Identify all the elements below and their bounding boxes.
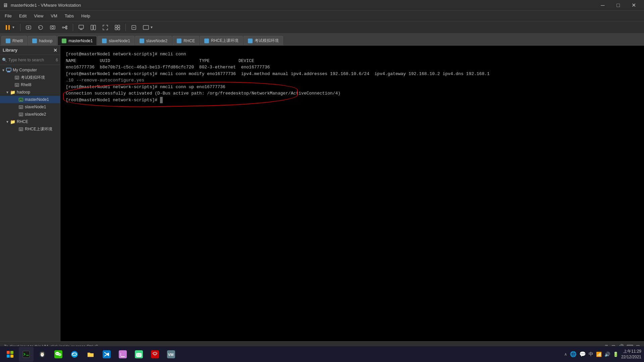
toolbar-unity[interactable] — [112, 23, 122, 32]
tree-slavenode2[interactable]: slaveNode2 — [0, 111, 60, 118]
taskbar-idea[interactable]: I — [115, 347, 130, 362]
terminal-area[interactable]: [root@masterNode1 network-scripts]# nmcl… — [60, 46, 644, 341]
taskbar-tray: ∧ 🌐 💬 中 📶 🔊 🔋 上午11:29 22/12/2021 — [564, 349, 641, 360]
tab-hadoop-label: hadoop — [39, 39, 52, 43]
tree-my-computer[interactable]: ▼ My Computer — [0, 66, 60, 74]
windows-start-button[interactable] — [3, 347, 17, 362]
tab-hadoop-icon — [32, 39, 37, 43]
menu-view[interactable]: View — [31, 12, 47, 20]
toolbar-stretch[interactable]: ▼ — [141, 23, 155, 32]
svg-point-34 — [59, 354, 60, 355]
toolbar-send-ctrl-alt-del[interactable] — [23, 23, 34, 32]
tree-masternode1[interactable]: masterNode1 — [0, 96, 60, 103]
svg-point-25 — [43, 352, 44, 353]
tab-slavenode1-label: slaveNode1 — [109, 39, 130, 43]
svg-text:VM: VM — [168, 353, 174, 357]
svg-rect-13 — [118, 25, 120, 27]
tree-slavenode1[interactable]: slaveNode1 — [0, 103, 60, 111]
titlebar-controls: ─ □ ✕ — [595, 0, 641, 11]
tab-rhce-icon — [177, 39, 181, 43]
tree-rhce-class[interactable]: RHCE上课环境 — [0, 125, 60, 133]
rhce-folder-label: RHCE — [17, 119, 28, 124]
maximize-button[interactable]: □ — [610, 0, 626, 11]
terminal-line-8: [root@masterNode1 network-scripts]# — [66, 97, 639, 104]
tree-hadoop[interactable]: ▼ 📁 hadoop — [0, 88, 60, 96]
svg-text:I: I — [120, 352, 121, 357]
taskbar-files[interactable] — [83, 347, 98, 362]
svg-point-26 — [41, 353, 42, 353]
separator-3 — [125, 24, 126, 31]
taskbar-terminal[interactable] — [19, 347, 34, 362]
tab-exam[interactable]: 考试模拟环境 — [244, 36, 283, 45]
toolbar-fullscreen[interactable] — [100, 23, 110, 32]
library-panel: Library ✕ 🔍 6 ▼ My Computer — [0, 46, 60, 341]
taskbar-android[interactable] — [131, 347, 146, 362]
menu-help[interactable]: Help — [78, 12, 94, 20]
svg-point-31 — [56, 353, 57, 354]
toolbar-fit-guest[interactable] — [129, 23, 139, 32]
taskbar-wechat[interactable] — [51, 347, 66, 362]
menu-edit[interactable]: Edit — [16, 12, 30, 20]
library-close-icon[interactable]: ✕ — [53, 48, 57, 53]
menu-tabs[interactable]: Tabs — [61, 12, 77, 20]
tabs-bar: Rhel8 hadoop masterNode1 slaveNode1 slav… — [0, 34, 644, 46]
tree-rhel8[interactable]: Rhel8 — [0, 81, 60, 88]
toolbar-pause[interactable]: ▼ — [3, 23, 17, 32]
terminal-line-1: [root@masterNode1 network-scripts]# nmcl… — [66, 51, 639, 58]
svg-rect-18 — [6, 68, 11, 71]
toolbar-view-normal[interactable] — [76, 23, 86, 32]
tree-rhce-folder[interactable]: ▼ 📁 RHCE — [0, 118, 60, 125]
taskbar: I VM ∧ 🌐 💬 中 📶 🔊 🔋 上午11:29 22/12/2021 — [0, 346, 644, 362]
terminal-line-5: .10 --remove-autoconfigure.yes — [66, 77, 639, 84]
toolbar-view-quick[interactable] — [88, 23, 98, 32]
minimize-button[interactable]: ─ — [595, 0, 610, 11]
tab-rhel8[interactable]: Rhel8 — [1, 36, 27, 45]
svg-rect-20 — [7, 72, 10, 72]
toolbar-snapshot[interactable] — [48, 23, 58, 32]
vm-icon-kaoshi — [14, 75, 19, 80]
search-icon: 🔍 — [2, 58, 7, 62]
toolbar-revert[interactable] — [36, 23, 46, 32]
close-button[interactable]: ✕ — [626, 0, 641, 11]
tab-rhce[interactable]: RHCE — [172, 36, 199, 45]
tab-slavenode1[interactable]: slaveNode1 — [98, 36, 134, 45]
tab-masternode1-icon — [62, 39, 66, 43]
tray-wifi-icon: 📶 — [596, 352, 602, 357]
folder-icon-rhce: 📁 — [10, 119, 15, 124]
search-input[interactable] — [8, 58, 49, 62]
main-content: Library ✕ 🔍 6 ▼ My Computer — [0, 46, 644, 341]
stretch-dropdown[interactable]: ▼ — [150, 25, 153, 29]
toolbar-share[interactable] — [60, 23, 70, 32]
taskbar-vscode[interactable] — [99, 347, 114, 362]
terminal-line-6: [root@masterNode1 network-scripts]# nmcl… — [66, 84, 639, 90]
taskbar-edge[interactable] — [67, 347, 82, 362]
tab-slavenode2-label: slaveNode2 — [146, 39, 167, 43]
svg-point-7 — [62, 27, 64, 28]
menu-vm[interactable]: VM — [47, 12, 61, 20]
svg-rect-17 — [143, 25, 149, 29]
tab-slavenode2[interactable]: slaveNode2 — [135, 36, 172, 45]
terminal-line-3: eno16777736 b8e70b71-c5cc-46a3-be13-f7fd… — [66, 64, 639, 71]
titlebar-left: 🖥 masterNode1 - VMware Workstation — [3, 2, 81, 8]
expand-arrow: ▼ — [1, 68, 5, 72]
menu-file[interactable]: File — [1, 12, 15, 20]
svg-rect-9 — [80, 29, 83, 30]
tray-chinese-icon: 中 — [589, 351, 593, 357]
tab-masternode1[interactable]: masterNode1 — [57, 36, 97, 45]
taskbar-penguin[interactable] — [35, 347, 50, 362]
svg-rect-14 — [115, 28, 117, 30]
tab-hadoop[interactable]: hadoop — [28, 36, 57, 45]
taskbar-redhat[interactable] — [148, 347, 162, 362]
library-search-bar: 🔍 6 — [0, 55, 60, 65]
tray-chevron[interactable]: ∧ — [564, 352, 567, 357]
pause-dropdown[interactable]: ▼ — [12, 25, 15, 29]
taskbar-vmware[interactable]: VM — [164, 347, 178, 362]
menubar: File Edit View VM Tabs Help — [0, 11, 644, 21]
slavenode2-label: slaveNode2 — [25, 112, 46, 117]
tray-wechat-icon: 💬 — [579, 351, 586, 357]
svg-rect-41 — [136, 353, 142, 357]
tree-kaoshi[interactable]: 考试模拟环境 — [0, 74, 60, 81]
svg-point-4 — [52, 26, 54, 28]
tab-rhce-class[interactable]: RHCE上课环境 — [200, 36, 243, 45]
system-clock[interactable]: 上午11:29 22/12/2021 — [621, 349, 641, 360]
